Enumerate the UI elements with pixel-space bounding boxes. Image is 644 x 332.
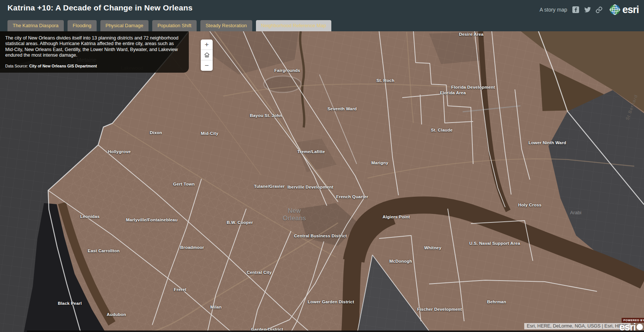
esri-wordmark: esri xyxy=(622,5,639,15)
twitter-icon[interactable] xyxy=(584,6,591,13)
powered-by-esri: POWERED BY esri xyxy=(619,318,644,332)
map-attribution: Esri, HERE, DeLorme, NGA, USGS | Esri, H… xyxy=(524,323,631,329)
data-source-prefix: Data Source: xyxy=(5,64,29,68)
zoom-out-button[interactable]: − xyxy=(201,60,213,71)
facebook-icon[interactable] xyxy=(572,6,579,13)
esri-logo[interactable]: esri xyxy=(609,4,639,15)
story-map-label: A story map xyxy=(540,7,567,13)
zoom-in-button[interactable]: + xyxy=(201,39,213,50)
tab-neighborhood-reference-map[interactable]: Neighborhood Reference Map xyxy=(256,20,331,31)
home-icon xyxy=(204,52,210,58)
info-panel: The city of New Orleans divides itself i… xyxy=(0,31,189,73)
bottom-edge-strip xyxy=(27,331,644,332)
data-source-line: Data Source: City of New Orleans GIS Dep… xyxy=(5,64,183,68)
share-link-icon[interactable] xyxy=(595,6,603,13)
page-title: Katrina +10: A Decade of Change in New O… xyxy=(7,3,193,12)
map-controls: + − xyxy=(201,39,213,71)
home-button[interactable] xyxy=(201,50,213,60)
tab-bar: The Katrina DiasporaFloodingPhysical Dam… xyxy=(7,20,331,31)
info-description: The city of New Orleans divides itself i… xyxy=(5,35,183,58)
header-actions: A story map esri xyxy=(540,4,639,15)
tab-steady-restoration[interactable]: Steady Restoration xyxy=(200,20,252,31)
esri-globe-badge-icon xyxy=(637,324,643,330)
tab-the-katrina-diaspora[interactable]: The Katrina Diaspora xyxy=(7,20,64,31)
data-source-name: City of New Orleans GIS Department xyxy=(29,64,97,68)
tab-flooding[interactable]: Flooding xyxy=(68,20,97,31)
header: Katrina +10: A Decade of Change in New O… xyxy=(0,0,644,31)
tab-physical-damage[interactable]: Physical Damage xyxy=(100,20,149,31)
esri-globe-icon xyxy=(609,4,620,15)
powered-by-brand: esri xyxy=(619,323,636,332)
tab-population-shift[interactable]: Population Shift xyxy=(152,20,197,31)
